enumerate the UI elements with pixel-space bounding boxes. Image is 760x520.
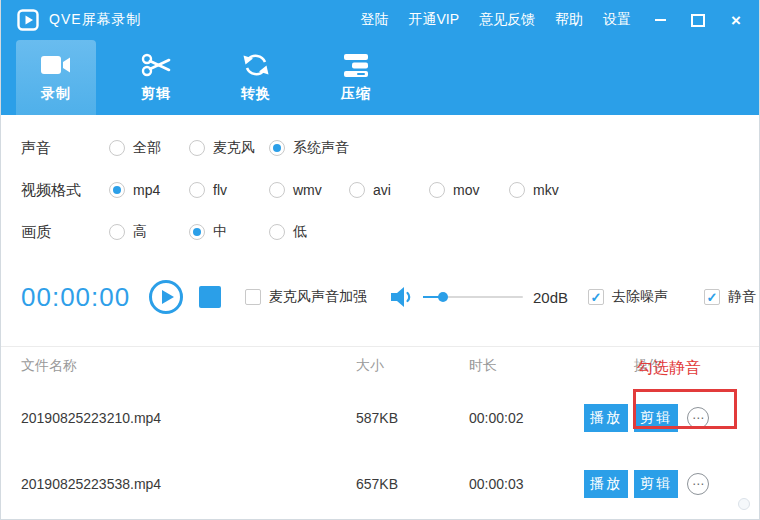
- quality-setting-row: 画质 高 中 低: [1, 211, 759, 253]
- menu-help[interactable]: 帮助: [555, 11, 583, 29]
- radio-sound-all[interactable]: 全部: [109, 139, 189, 157]
- radio-quality-high-label: 高: [133, 223, 147, 241]
- maximize-icon[interactable]: [691, 13, 705, 27]
- tab-compress[interactable]: 压缩: [316, 40, 396, 115]
- header-size: 大小: [356, 357, 469, 375]
- recording-timer: 00:00:00: [21, 282, 143, 313]
- menu-vip[interactable]: 开通VIP: [408, 11, 459, 29]
- header-filename: 文件名称: [21, 357, 356, 375]
- stop-button[interactable]: [199, 286, 221, 308]
- record-control-row: 00:00:00 麦克风声音加强 20dB 去除噪声: [1, 275, 759, 319]
- window-controls: [653, 13, 743, 27]
- file-duration: 00:00:02: [469, 410, 584, 426]
- radio-sound-system[interactable]: 系统声音: [269, 139, 349, 157]
- more-options-icon[interactable]: [687, 473, 709, 495]
- compress-stack-icon: [343, 52, 369, 78]
- file-name: 20190825223538.mp4: [21, 476, 356, 492]
- denoise-label: 去除噪声: [612, 288, 668, 306]
- radio-icon: [109, 140, 125, 156]
- radio-icon: [509, 182, 525, 198]
- menu-feedback[interactable]: 意见反馈: [479, 11, 535, 29]
- radio-icon: [189, 182, 205, 198]
- tab-edit-label: 剪辑: [141, 85, 171, 103]
- format-label: 视频格式: [21, 181, 109, 200]
- radio-format-flv[interactable]: flv: [189, 182, 269, 198]
- annotation-highlight-box: [633, 389, 737, 429]
- mic-boost-label: 麦克风声音加强: [269, 288, 367, 306]
- minimize-icon[interactable]: [653, 13, 667, 27]
- menu-login[interactable]: 登陆: [360, 11, 388, 29]
- play-button[interactable]: [149, 280, 183, 314]
- app-window: QVE屏幕录制 登陆 开通VIP 意见反馈 帮助 设置 录制: [0, 0, 760, 520]
- radio-quality-low-label: 低: [293, 223, 307, 241]
- radio-sound-mic[interactable]: 麦克风: [189, 139, 269, 157]
- play-file-button[interactable]: 播放: [584, 470, 628, 498]
- radio-format-wmv-label: wmv: [293, 182, 322, 198]
- checkbox-checked-icon: [704, 289, 720, 305]
- tab-convert[interactable]: 转换: [216, 40, 296, 115]
- radio-format-avi[interactable]: avi: [349, 182, 429, 198]
- menu-settings[interactable]: 设置: [603, 11, 631, 29]
- radio-format-flv-label: flv: [213, 182, 227, 198]
- radio-icon: [429, 182, 445, 198]
- quality-label: 画质: [21, 223, 109, 242]
- tab-compress-label: 压缩: [341, 85, 371, 103]
- slider-thumb[interactable]: [438, 292, 448, 302]
- radio-format-mov[interactable]: mov: [429, 182, 509, 198]
- radio-format-mp4[interactable]: mp4: [109, 182, 189, 198]
- volume-db-value: 20dB: [533, 289, 568, 306]
- titlebar: QVE屏幕录制 登陆 开通VIP 意见反馈 帮助 设置: [1, 0, 759, 40]
- tab-bar: 录制 剪辑 转换: [1, 40, 759, 115]
- file-size: 657KB: [356, 476, 469, 492]
- scissors-icon: [141, 52, 171, 78]
- scrollbar-thumb[interactable]: [738, 498, 750, 510]
- radio-format-avi-label: avi: [373, 182, 391, 198]
- radio-quality-medium[interactable]: 中: [189, 223, 269, 241]
- mute-checkbox[interactable]: 静音: [704, 288, 756, 306]
- tab-edit[interactable]: 剪辑: [116, 40, 196, 115]
- radio-format-mkv[interactable]: mkv: [509, 182, 589, 198]
- annotation-text: 勾选静音: [637, 358, 701, 379]
- checkbox-icon: [245, 289, 261, 305]
- tab-convert-label: 转换: [241, 85, 271, 103]
- file-name: 20190825223210.mp4: [21, 410, 356, 426]
- row-actions: 播放 剪辑: [584, 470, 759, 498]
- radio-format-mov-label: mov: [453, 182, 479, 198]
- radio-checked-icon: [269, 140, 285, 156]
- tab-record[interactable]: 录制: [16, 40, 96, 115]
- radio-icon: [269, 182, 285, 198]
- tab-record-label: 录制: [41, 85, 71, 103]
- play-file-button[interactable]: 播放: [584, 404, 628, 432]
- header-duration: 时长: [469, 357, 584, 375]
- sound-label: 声音: [21, 139, 109, 158]
- radio-sound-all-label: 全部: [133, 139, 161, 157]
- radio-quality-medium-label: 中: [213, 223, 227, 241]
- radio-icon: [349, 182, 365, 198]
- denoise-checkbox[interactable]: 去除噪声: [588, 288, 668, 306]
- mute-label: 静音: [728, 288, 756, 306]
- mic-boost-checkbox[interactable]: 麦克风声音加强: [245, 288, 367, 306]
- checkbox-checked-icon: [588, 289, 604, 305]
- app-logo-icon: [17, 9, 39, 31]
- speaker-icon: [391, 286, 415, 308]
- close-icon[interactable]: [729, 13, 743, 27]
- radio-format-wmv[interactable]: wmv: [269, 182, 349, 198]
- app-title: QVE屏幕录制: [49, 11, 142, 29]
- file-duration: 00:00:03: [469, 476, 584, 492]
- radio-quality-low[interactable]: 低: [269, 223, 349, 241]
- radio-format-mp4-label: mp4: [133, 182, 160, 198]
- convert-arrows-icon: [242, 52, 270, 78]
- radio-sound-system-label: 系统声音: [293, 139, 349, 157]
- radio-icon: [189, 140, 205, 156]
- radio-icon: [109, 224, 125, 240]
- radio-icon: [269, 224, 285, 240]
- main-panel: 声音 全部 麦克风 系统声音 视频格式 mp4 flv: [1, 115, 759, 517]
- radio-quality-high[interactable]: 高: [109, 223, 189, 241]
- volume-slider[interactable]: [423, 290, 523, 304]
- radio-checked-icon: [189, 224, 205, 240]
- radio-format-mkv-label: mkv: [533, 182, 559, 198]
- titlebar-menu: 登陆 开通VIP 意见反馈 帮助 设置: [360, 11, 631, 29]
- file-size: 587KB: [356, 410, 469, 426]
- radio-checked-icon: [109, 182, 125, 198]
- edit-file-button[interactable]: 剪辑: [634, 470, 678, 498]
